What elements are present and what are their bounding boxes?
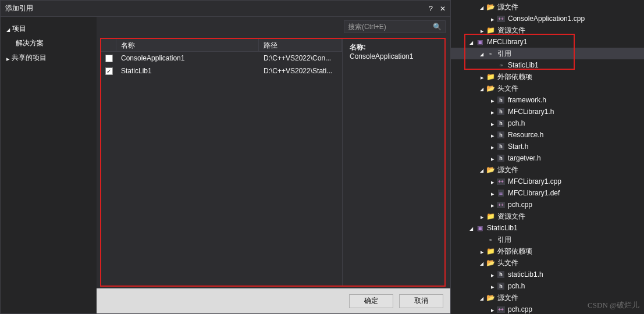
proj-icon (475, 37, 485, 47)
expand-closed-icon[interactable] (488, 177, 496, 185)
tree-item[interactable]: 源文件 (451, 164, 644, 176)
expand-open-icon[interactable] (478, 166, 486, 174)
expand-closed-icon[interactable] (488, 108, 496, 116)
expand-closed-icon[interactable] (488, 201, 496, 209)
h-icon (496, 95, 506, 105)
tree-item[interactable]: MFCLibrary1.def (451, 187, 644, 199)
tree-item[interactable]: pch.h (451, 117, 644, 129)
folder-open-icon (486, 2, 495, 12)
tree-item[interactable]: 头文件 (451, 83, 644, 94)
tree-item[interactable]: ConsoleApplication1.cpp (451, 13, 644, 24)
tree-item[interactable]: staticLib1.h (451, 269, 644, 280)
tree-item[interactable]: pch.cpp (451, 199, 644, 210)
expand-closed-icon[interactable] (488, 15, 496, 23)
tree-item-label: Resource.h (508, 131, 543, 139)
expand-closed-icon[interactable] (488, 96, 496, 104)
expand-closed-icon[interactable] (488, 131, 496, 139)
tree-item[interactable]: 头文件 (451, 257, 644, 269)
folder-icon (486, 212, 495, 221)
dialog-footer: 确定 取消 (97, 288, 450, 313)
detail-panel: 名称: ConsoleApplication1 (343, 39, 444, 286)
tree-item-label: 外部依赖项 (497, 72, 532, 82)
tree-item[interactable]: MFCLibrary1 (451, 36, 644, 48)
expand-open-icon[interactable] (478, 3, 486, 11)
tree-item[interactable]: 外部依赖项 (451, 245, 644, 257)
dialog-titlebar: 添加引用 ? ✕ (1, 1, 450, 17)
tree-item-label: 源文件 (497, 2, 518, 12)
folder-icon (486, 26, 495, 35)
expand-closed-icon[interactable] (478, 73, 486, 81)
expand-closed-icon[interactable] (478, 247, 486, 255)
column-name[interactable]: 名称 (116, 39, 259, 51)
tree-item[interactable]: MFCLibrary1.h (451, 106, 644, 117)
tree-item[interactable]: StaticLib1 (451, 59, 644, 71)
expand-closed-icon[interactable] (488, 154, 496, 162)
def-icon (496, 188, 506, 198)
tree-item-label: MFCLibrary1.cpp (508, 177, 561, 185)
tree-item[interactable]: pch.h (451, 280, 644, 292)
close-icon[interactable]: ✕ (440, 5, 446, 13)
folder-icon (486, 72, 495, 81)
add-reference-dialog: 添加引用 ? ✕ 项目 解决方案 共享的项目 搜索(Ctrl+E) 🔍 (0, 0, 451, 314)
row-checkbox[interactable] (101, 55, 116, 62)
tree-item[interactable]: 引用 (451, 234, 644, 245)
column-path[interactable]: 路径 (259, 39, 342, 51)
dialog-title: 添加引用 (5, 3, 33, 13)
row-path: D:\C++VS2022\Con... (259, 54, 342, 62)
tree-item-label: MFCLibrary1 (487, 38, 527, 46)
ref-icon (496, 60, 506, 70)
sidebar-item-shared[interactable]: 共享的项目 (1, 51, 97, 65)
tree-item-label: MFCLibrary1.def (508, 189, 560, 197)
expand-closed-icon[interactable] (478, 212, 486, 220)
search-icon: 🔍 (433, 23, 442, 31)
tree-item[interactable]: 外部依赖项 (451, 71, 644, 83)
expand-closed-icon[interactable] (488, 282, 496, 290)
h-icon (496, 119, 506, 128)
tree-item[interactable]: 引用 (451, 48, 644, 59)
expand-open-icon[interactable] (467, 224, 475, 232)
tree-item[interactable]: targetver.h (451, 152, 644, 164)
expand-open-icon[interactable] (478, 84, 486, 92)
tree-item-label: 源文件 (497, 293, 518, 303)
expand-open-icon[interactable] (478, 294, 486, 302)
sidebar-item-solution[interactable]: 解决方案 (1, 36, 97, 51)
h-icon (496, 154, 506, 163)
expand-closed-icon[interactable] (488, 270, 496, 279)
checkbox-icon: ✓ (105, 67, 113, 75)
tree-item[interactable]: 资源文件 (451, 210, 644, 222)
tree-item[interactable]: MFCLibrary1.cpp (451, 176, 644, 187)
tree-item[interactable]: 资源文件 (451, 24, 644, 36)
cancel-button[interactable]: 取消 (399, 294, 443, 308)
reference-table: 名称 路径 ConsoleApplication1 D:\C++VS2022\C… (101, 39, 343, 286)
column-checkbox[interactable] (101, 39, 116, 51)
row-name: StaticLib1 (116, 67, 259, 75)
tree-item[interactable]: StaticLib1 (451, 222, 644, 234)
expand-open-icon[interactable] (478, 259, 486, 267)
expand-closed-icon[interactable] (488, 119, 496, 127)
table-row[interactable]: ConsoleApplication1 D:\C++VS2022\Con... (101, 52, 342, 65)
expand-open-icon[interactable] (478, 49, 486, 58)
expand-closed-icon[interactable] (488, 189, 496, 197)
reference-content: 名称 路径 ConsoleApplication1 D:\C++VS2022\C… (100, 38, 446, 287)
expand-closed-icon[interactable] (488, 305, 496, 313)
tree-item-label: 资源文件 (497, 26, 525, 35)
table-row[interactable]: ✓ StaticLib1 D:\C++VS2022\Stati... (101, 65, 342, 77)
tree-item[interactable]: 源文件 (451, 1, 644, 13)
titlebar-buttons: ? ✕ (429, 5, 446, 13)
search-input[interactable]: 搜索(Ctrl+E) 🔍 (344, 20, 446, 33)
detail-label: 名称: (350, 42, 437, 52)
row-path: D:\C++VS2022\Stati... (259, 67, 342, 75)
ok-button[interactable]: 确定 (349, 294, 393, 308)
row-checkbox[interactable]: ✓ (101, 67, 116, 75)
help-icon[interactable]: ? (429, 5, 433, 13)
ref-icon (486, 49, 495, 58)
tree-item-label: Start.h (508, 142, 528, 151)
expand-open-icon[interactable] (467, 38, 475, 46)
sidebar-header[interactable]: 项目 (1, 22, 97, 36)
tree-item[interactable]: Resource.h (451, 129, 644, 141)
expand-closed-icon[interactable] (488, 142, 496, 151)
tree-item[interactable]: framework.h (451, 94, 644, 106)
tree-item[interactable]: Start.h (451, 141, 644, 152)
expand-closed-icon[interactable] (478, 26, 486, 34)
solution-explorer: 源文件ConsoleApplication1.cpp资源文件MFCLibrary… (451, 0, 644, 314)
